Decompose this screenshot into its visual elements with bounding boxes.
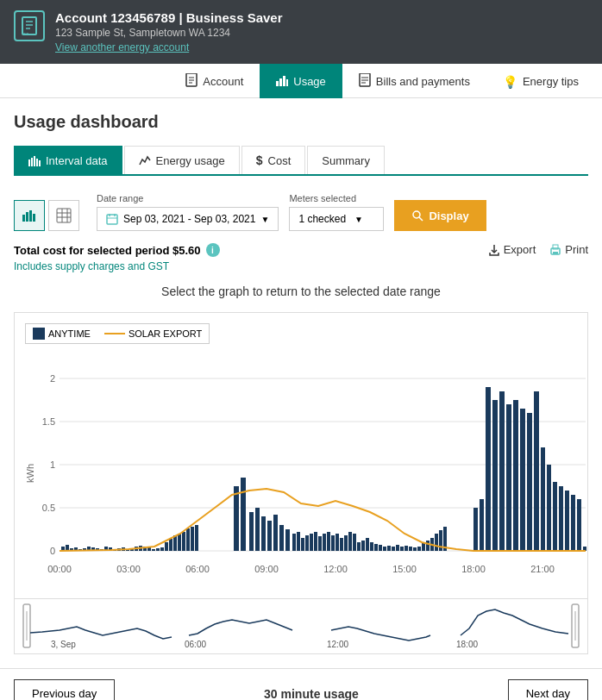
search-icon (411, 209, 423, 222)
svg-rect-103 (318, 536, 322, 551)
svg-rect-90 (249, 512, 254, 551)
subtab-interval[interactable]: Interval data (14, 146, 122, 174)
meters-select[interactable]: 1 checked ▼ (289, 207, 384, 231)
view-another-link[interactable]: View another energy account (55, 41, 588, 53)
svg-rect-84 (182, 532, 185, 551)
svg-rect-135 (486, 387, 491, 551)
chart-legend: ANYTIME SOLAR EXPORT (25, 323, 577, 353)
tab-account[interactable]: Account (169, 64, 260, 98)
tab-tips-label: Energy tips (523, 75, 579, 88)
svg-rect-113 (361, 541, 365, 551)
print-button[interactable]: Print (549, 243, 588, 256)
action-buttons: Export Print (488, 243, 588, 256)
svg-rect-19 (26, 212, 28, 222)
tab-tips[interactable]: 💡 Energy tips (486, 64, 595, 98)
display-button[interactable]: Display (394, 200, 486, 231)
svg-rect-87 (195, 525, 198, 551)
meters-group: Meters selected 1 checked ▼ (289, 193, 384, 231)
svg-rect-20 (29, 210, 32, 222)
date-range-label: Date range (97, 193, 279, 203)
svg-rect-94 (273, 515, 278, 551)
next-day-button[interactable]: Next day (508, 679, 588, 700)
svg-rect-16 (36, 159, 38, 166)
subtab-interval-label: Interval data (46, 154, 108, 167)
svg-rect-99 (301, 538, 304, 551)
svg-rect-120 (392, 547, 395, 551)
svg-rect-13 (28, 159, 30, 166)
chart-area[interactable]: ANYTIME SOLAR EXPORT 2 1.5 1 0.5 0 kWh (14, 312, 588, 599)
solar-color-line (104, 333, 125, 334)
svg-text:kWh: kWh (25, 464, 35, 483)
chart-view-btn[interactable] (14, 200, 45, 231)
legend-container: ANYTIME SOLAR EXPORT (25, 323, 210, 344)
subtab-summary[interactable]: Summary (307, 146, 385, 174)
subtab-energy[interactable]: Energy usage (124, 146, 240, 174)
svg-rect-112 (357, 542, 361, 551)
anytime-color-box (33, 328, 45, 340)
account-address: 123 Sample St, Sampletown WA 1234 (55, 27, 588, 39)
svg-rect-143 (541, 447, 545, 551)
cost-icon: $ (256, 153, 263, 167)
svg-rect-106 (331, 535, 335, 551)
table-view-btn[interactable] (48, 200, 79, 231)
date-range-input[interactable]: Sep 03, 2021 - Sep 03, 2021 ▼ (97, 207, 279, 231)
table-icon (56, 208, 72, 223)
svg-rect-122 (400, 547, 404, 551)
svg-rect-145 (553, 482, 557, 551)
account-info: Account 123456789 | Business Saver 123 S… (55, 10, 588, 53)
total-cost-text: Total cost for selected period $5.60 (14, 244, 201, 257)
svg-rect-119 (387, 546, 391, 551)
date-chevron-icon: ▼ (260, 215, 269, 224)
export-label: Export (504, 243, 536, 256)
svg-rect-137 (499, 391, 505, 551)
svg-rect-138 (506, 404, 511, 551)
svg-text:21:00: 21:00 (530, 564, 555, 574)
svg-text:0: 0 (50, 546, 55, 556)
info-icon[interactable]: i (206, 243, 220, 257)
svg-rect-91 (255, 508, 260, 551)
svg-rect-116 (374, 544, 378, 551)
display-label: Display (429, 209, 468, 222)
header: Account 123456789 | Business Saver 123 S… (0, 0, 602, 64)
mini-chart-area[interactable]: 3, Sep 06:00 12:00 18:00 (14, 599, 588, 654)
interval-icon (28, 154, 41, 166)
cost-info: Total cost for selected period $5.60 i (14, 243, 220, 257)
svg-rect-149 (577, 499, 581, 551)
svg-rect-77 (152, 549, 155, 551)
subtab-cost[interactable]: $ Cost (241, 146, 306, 174)
svg-rect-104 (323, 534, 326, 551)
main-nav: Account Usage Bills and payments 💡 Energ… (0, 64, 602, 98)
meters-label: Meters selected (289, 193, 384, 203)
svg-rect-78 (156, 548, 160, 551)
svg-rect-126 (417, 547, 421, 551)
svg-rect-136 (492, 400, 498, 551)
svg-rect-130 (435, 534, 438, 551)
tab-usage[interactable]: Usage (260, 64, 342, 98)
svg-rect-93 (267, 521, 272, 551)
svg-rect-114 (366, 538, 369, 551)
svg-text:2: 2 (50, 373, 55, 384)
subtab-summary-label: Summary (322, 154, 370, 167)
legend-solar-label: SOLAR EXPORT (129, 328, 202, 339)
svg-rect-18 (22, 215, 25, 222)
svg-rect-102 (314, 532, 317, 551)
svg-rect-123 (404, 546, 408, 551)
svg-text:12:00: 12:00 (327, 640, 348, 649)
prev-day-button[interactable]: Previous day (14, 679, 115, 700)
svg-rect-105 (327, 532, 330, 551)
bottom-nav: Previous day 30 minute usage Next day (0, 668, 602, 700)
export-icon (488, 244, 500, 256)
main-content: Usage dashboard Interval data Energy usa… (0, 98, 602, 668)
print-label: Print (565, 243, 588, 256)
svg-rect-110 (348, 532, 352, 551)
svg-rect-92 (261, 516, 266, 551)
supply-note: Includes supply charges and GST (14, 260, 220, 272)
svg-rect-27 (107, 215, 117, 224)
legend-anytime-label: ANYTIME (48, 328, 91, 339)
period-label: 30 minute usage (264, 687, 359, 701)
svg-rect-100 (305, 535, 309, 551)
svg-rect-144 (547, 465, 551, 551)
export-button[interactable]: Export (488, 243, 536, 256)
tab-bills[interactable]: Bills and payments (342, 64, 486, 98)
account-icon (14, 10, 45, 41)
